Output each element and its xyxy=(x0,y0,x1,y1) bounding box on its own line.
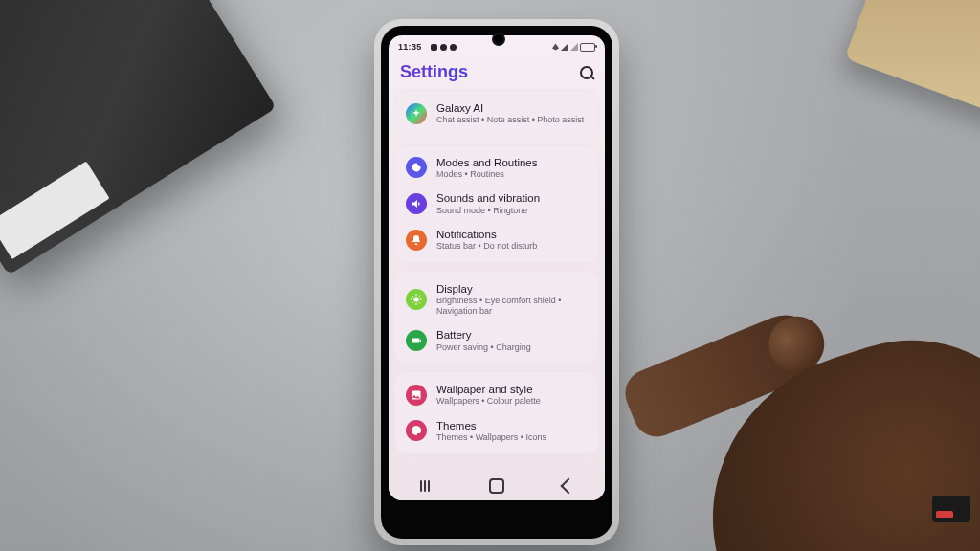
settings-item-labels: NotificationsStatus bar • Do not disturb xyxy=(436,228,537,253)
recents-button[interactable] xyxy=(416,477,434,495)
settings-item-subtitle: Chat assist • Note assist • Photo assist xyxy=(436,115,584,125)
product-box-sticker xyxy=(0,162,110,260)
settings-item-title: Wallpaper and style xyxy=(436,383,541,396)
settings-item-title: Galaxy AI xyxy=(436,101,584,115)
battery-setting-icon xyxy=(406,330,427,351)
settings-item-labels: Sounds and vibrationSound mode • Rington… xyxy=(436,191,540,216)
notif-dot-icon xyxy=(450,44,457,51)
settings-group: Wallpaper and styleWallpapers • Colour p… xyxy=(394,371,599,454)
wifi-icon xyxy=(552,44,559,51)
wallpaper-icon xyxy=(406,385,427,406)
hand xyxy=(616,226,980,551)
status-left-icons xyxy=(431,44,457,51)
settings-item-battery[interactable]: BatteryPower saving • Charging xyxy=(398,322,595,359)
settings-item-labels: BatteryPower saving • Charging xyxy=(436,328,531,353)
settings-group: Galaxy AIChat assist • Note assist • Pho… xyxy=(394,90,599,138)
svg-point-0 xyxy=(414,297,419,301)
settings-item-labels: DisplayBrightness • Eye comfort shield •… xyxy=(436,282,588,318)
navigation-bar xyxy=(389,472,605,500)
settings-item-title: Display xyxy=(436,282,588,296)
settings-item-sounds-vibration[interactable]: Sounds and vibrationSound mode • Rington… xyxy=(398,186,595,222)
product-box: Galaxy S25 Ultra xyxy=(0,0,277,276)
svg-rect-2 xyxy=(420,340,421,342)
settings-item-labels: ThemesThemes • Wallpapers • Icons xyxy=(436,419,546,444)
settings-item-modes-routines[interactable]: Modes and RoutinesModes • Routines xyxy=(398,150,595,187)
phone-frame: 11:35 Settings xyxy=(374,19,619,545)
settings-group: DisplayBrightness • Eye comfort shield •… xyxy=(394,271,599,365)
display-icon xyxy=(406,289,427,310)
settings-group: Modes and RoutinesModes • RoutinesSounds… xyxy=(394,144,599,264)
settings-item-title: Notifications xyxy=(436,228,537,241)
settings-item-galaxy-ai[interactable]: Galaxy AIChat assist • Note assist • Pho… xyxy=(398,96,595,132)
settings-item-subtitle: Sound mode • Ringtone xyxy=(436,206,540,216)
settings-item-subtitle: Wallpapers • Colour palette xyxy=(436,396,541,407)
settings-item-labels: Wallpaper and styleWallpapers • Colour p… xyxy=(436,383,541,408)
modes-icon xyxy=(406,157,427,178)
sd-card-prop xyxy=(932,496,970,522)
svg-rect-1 xyxy=(412,339,420,343)
settings-item-subtitle: Modes • Routines xyxy=(436,169,537,180)
home-button[interactable] xyxy=(488,477,505,495)
settings-item-labels: Modes and RoutinesModes • Routines xyxy=(436,156,537,181)
settings-item-title: Themes xyxy=(436,419,546,432)
notif-dot-icon xyxy=(431,44,437,51)
status-right-icons xyxy=(552,43,595,52)
settings-item-labels: Galaxy AIChat assist • Note assist • Pho… xyxy=(436,101,584,126)
settings-header: Settings xyxy=(389,56,605,90)
status-time: 11:35 xyxy=(398,42,422,52)
sound-icon xyxy=(406,193,427,214)
settings-item-title: Sounds and vibration xyxy=(436,191,540,205)
camera-punchhole xyxy=(492,33,505,46)
ai-icon xyxy=(406,103,427,124)
signal-icon xyxy=(561,43,568,51)
settings-item-subtitle: Power saving • Charging xyxy=(436,342,531,353)
phone-screen: 11:35 Settings xyxy=(389,35,605,500)
desk-scene: Galaxy S25 Ultra 11:35 xyxy=(0,0,980,551)
settings-item-subtitle: Brightness • Eye comfort shield • Naviga… xyxy=(436,296,588,318)
search-icon[interactable] xyxy=(580,66,593,79)
notif-dot-icon xyxy=(440,44,447,51)
bell-icon xyxy=(406,230,427,251)
settings-item-display[interactable]: DisplayBrightness • Eye comfort shield •… xyxy=(398,276,595,323)
phone-bezel: 11:35 Settings xyxy=(381,26,612,539)
battery-icon xyxy=(580,43,595,52)
top-right-prop xyxy=(845,0,980,123)
settings-item-notifications[interactable]: NotificationsStatus bar • Do not disturb xyxy=(398,222,595,258)
settings-item-themes[interactable]: ThemesThemes • Wallpapers • Icons xyxy=(398,413,595,450)
settings-item-wallpaper-style[interactable]: Wallpaper and styleWallpapers • Colour p… xyxy=(398,377,595,413)
settings-item-title: Battery xyxy=(436,328,531,342)
themes-icon xyxy=(406,420,427,441)
settings-item-title: Modes and Routines xyxy=(436,156,537,169)
settings-list[interactable]: Galaxy AIChat assist • Note assist • Pho… xyxy=(389,90,605,454)
page-title: Settings xyxy=(400,62,468,82)
back-button[interactable] xyxy=(560,477,577,495)
settings-item-subtitle: Status bar • Do not disturb xyxy=(436,241,537,252)
settings-item-subtitle: Themes • Wallpapers • Icons xyxy=(436,432,546,443)
signal-icon xyxy=(570,43,578,51)
